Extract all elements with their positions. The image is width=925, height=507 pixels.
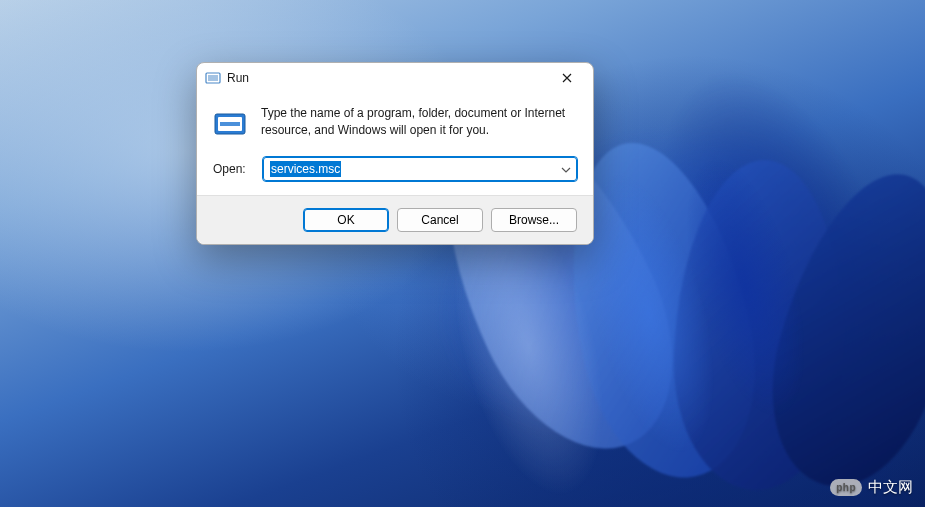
dialog-content: Type the name of a program, folder, docu… [197,93,593,147]
titlebar[interactable]: Run [197,63,593,93]
open-input[interactable] [263,157,577,181]
watermark-badge: php [830,479,862,496]
svg-rect-4 [220,122,240,126]
ok-button[interactable]: OK [303,208,389,232]
dialog-title: Run [227,71,547,85]
button-row: OK Cancel Browse... [197,195,593,244]
close-button[interactable] [547,64,587,92]
svg-rect-1 [208,75,218,81]
watermark: php 中文网 [830,478,913,497]
wallpaper-petal [746,155,925,506]
browse-button[interactable]: Browse... [491,208,577,232]
dialog-description: Type the name of a program, folder, docu… [261,105,577,140]
cancel-button[interactable]: Cancel [397,208,483,232]
open-combobox[interactable]: services.msc [263,157,577,181]
run-app-icon [213,107,247,141]
input-row: Open: services.msc [197,147,593,195]
run-dialog: Run Type the name of a program, folder, … [196,62,594,245]
close-icon [562,73,572,83]
watermark-text: 中文网 [868,478,913,497]
run-title-icon [205,70,221,86]
open-label: Open: [213,162,253,176]
